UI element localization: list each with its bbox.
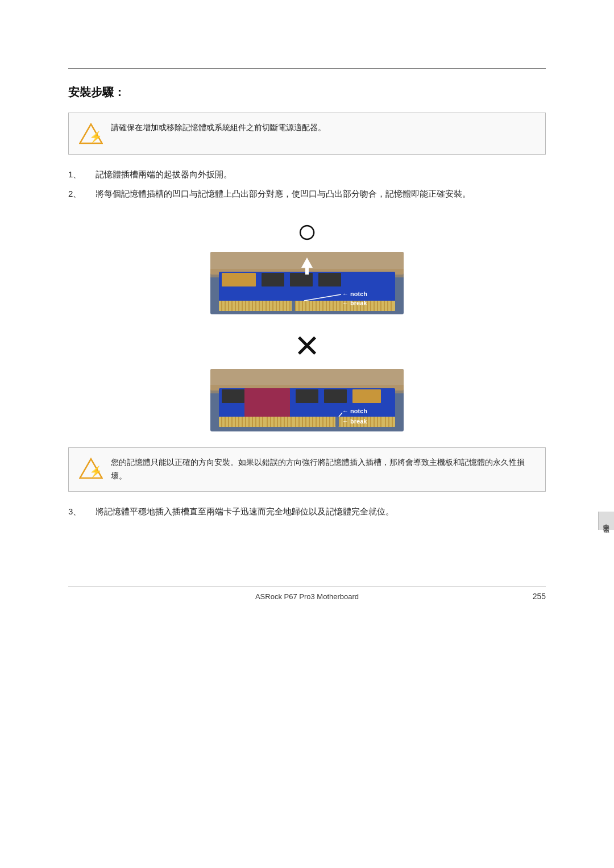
circle-symbol: ○ [297, 214, 317, 248]
step-3-text: 將記憶體平穩地插入插槽直至兩端卡子迅速而完全地歸位以及記憶體完全就位。 [96, 504, 546, 519]
step-1-text: 記憶體插槽兩端的起拔器向外扳開。 [96, 167, 546, 182]
images-section: ○ [68, 214, 546, 434]
svg-text:← break: ← break [342, 300, 367, 306]
warning-icon-2: ⚡ [79, 457, 103, 481]
step-2: 2、 將每個記憶體插槽的凹口与記憶體上凸出部分對應，使凹口与凸出部分吻合，記憶體… [68, 186, 546, 201]
svg-rect-72 [222, 389, 244, 403]
svg-rect-6 [222, 273, 256, 286]
footer-divider [68, 587, 546, 587]
step-2-text: 將每個記憶體插槽的凹口与記憶體上凸出部分對應，使凹口与凸出部分吻合，記憶體即能正… [96, 186, 546, 201]
steps-list-3: 3、 將記憶體平穩地插入插槽直至兩端卡子迅速而完全地歸位以及記憶體完全就位。 [68, 504, 546, 519]
warning-box-2: ⚡ 您的記憶體只能以正確的方向安裝。如果以錯誤的方向強行將記憶體插入插槽，那將會… [68, 447, 546, 492]
step-3-num: 3、 [68, 504, 91, 519]
incorrect-ram-image: ← notch ← break [210, 369, 404, 431]
side-tab: 中文繁體 [598, 512, 614, 530]
svg-rect-127 [335, 417, 339, 427]
svg-rect-75 [352, 389, 381, 403]
correct-ram-image: ← notch ← break [210, 252, 404, 314]
svg-text:← break: ← break [342, 418, 367, 425]
svg-rect-73 [296, 389, 318, 403]
incorrect-image-block: × [68, 325, 546, 434]
warning-text-2: 您的記憶體只能以正確的方向安裝。如果以錯誤的方向強行將記憶體插入插槽，那將會導致… [111, 456, 535, 483]
svg-rect-63 [305, 268, 309, 275]
svg-rect-9 [318, 273, 341, 286]
footer-title: ASRock P67 Pro3 Motherboard [85, 592, 529, 601]
svg-rect-7 [262, 273, 284, 286]
warning-box-1: ⚡ 請確保在增加或移除記憶體或系統組件之前切斷電源適配器。 [68, 113, 546, 155]
step-1: 1、 記憶體插槽兩端的起拔器向外扳開。 [68, 167, 546, 182]
step-2-num: 2、 [68, 186, 91, 201]
steps-list: 1、 記憶體插槽兩端的起拔器向外扳開。 2、 將每個記憶體插槽的凹口与記憶體上凸… [68, 167, 546, 201]
step-3: 3、 將記憶體平穩地插入插槽直至兩端卡子迅速而完全地歸位以及記憶體完全就位。 [68, 504, 546, 519]
svg-rect-71 [244, 388, 290, 418]
svg-text:⚡: ⚡ [89, 130, 103, 143]
svg-text:⚡: ⚡ [89, 465, 103, 478]
svg-text:← notch: ← notch [342, 408, 367, 414]
svg-rect-61 [292, 301, 295, 311]
top-divider [68, 68, 546, 69]
footer-row: ASRock P67 Pro3 Motherboard 255 [68, 592, 546, 601]
cross-symbol: × [295, 325, 319, 366]
warning-text-1: 請確保在增加或移除記憶體或系統組件之前切斷電源適配器。 [111, 121, 326, 135]
correct-image-block: ○ [68, 214, 546, 325]
warning-icon-1: ⚡ [79, 122, 103, 146]
page: 安裝步驟： ⚡ 請確保在增加或移除記憶體或系統組件之前切斷電源適配器。 1、 記… [0, 0, 614, 868]
footer-page: 255 [529, 592, 546, 601]
section-title: 安裝步驟： [68, 85, 546, 100]
svg-rect-8 [290, 273, 313, 286]
svg-rect-74 [324, 389, 347, 403]
step-1-num: 1、 [68, 167, 91, 182]
svg-text:← notch: ← notch [342, 290, 367, 297]
side-tab-text: 中文繁體 [603, 518, 610, 523]
